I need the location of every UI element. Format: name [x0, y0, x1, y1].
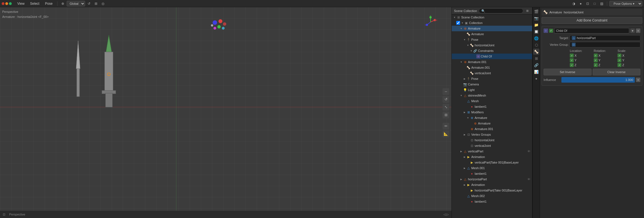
- view-perspective-btn[interactable]: ⊡: [2, 213, 6, 216]
- scale-tool[interactable]: ⤡: [443, 104, 449, 111]
- set-inverse-btn[interactable]: Set Inverse: [544, 69, 592, 75]
- close-btn[interactable]: [2, 2, 4, 5]
- global-select[interactable]: Global Local: [67, 1, 85, 6]
- cursor-icon[interactable]: ⊕: [60, 1, 66, 7]
- render-preview[interactable]: ▨: [599, 1, 605, 7]
- tree-item-vertical-part[interactable]: ▶ △ verticalPart 👁: [452, 148, 532, 154]
- tree-item-anim-vp[interactable]: ▶ ▶ Animation: [452, 154, 532, 160]
- rotate-tool[interactable]: ↺: [443, 96, 449, 103]
- tab-scene[interactable]: 🎬: [533, 8, 539, 15]
- tree-item-pose-sub[interactable]: ▶ 🕴 Pose: [452, 76, 532, 82]
- viewport-shading[interactable]: ●: [578, 1, 584, 7]
- constraint-enabled-cb[interactable]: ✓: [549, 29, 553, 33]
- cb-collection[interactable]: [456, 21, 460, 25]
- tree-item-armature001[interactable]: ▼ ⊛ Armature.001: [452, 59, 532, 65]
- frame-btn[interactable]: ◁ ▷: [442, 213, 450, 216]
- svg-point-22: [211, 24, 213, 27]
- menu-view[interactable]: View: [15, 1, 27, 6]
- constraint-remove-btn[interactable]: ✕: [636, 28, 640, 33]
- tree-item-vgroups[interactable]: ▶ ⊡ Vertex Groups: [452, 132, 532, 137]
- tree-item-vj[interactable]: ▶ 🦴 verticalJoint: [452, 70, 532, 76]
- tab-bone[interactable]: 🦴: [533, 49, 539, 55]
- rot-y-cb[interactable]: ✓: [594, 58, 598, 62]
- tab-data[interactable]: 📊: [533, 69, 539, 75]
- minimize-btn[interactable]: [5, 2, 8, 5]
- target-value[interactable]: △ horizontalPart: [570, 35, 640, 41]
- influence-x-btn[interactable]: ✕: [636, 78, 640, 82]
- scale-z-cb[interactable]: ✓: [617, 63, 621, 67]
- rot-z-cb[interactable]: ✓: [594, 63, 598, 67]
- eye-vp[interactable]: 👁: [527, 149, 531, 154]
- xray-icon[interactable]: □: [592, 1, 598, 7]
- tab-view-layer[interactable]: 🔲: [533, 28, 539, 35]
- clear-inverse-btn[interactable]: Clear Inverse: [593, 69, 641, 75]
- loc-x-cb[interactable]: ✓: [570, 54, 574, 58]
- tree-item-modifiers[interactable]: ▶ ⊞ Modifiers: [452, 109, 532, 115]
- tree-item-lambert1-sub2[interactable]: ▶ ● lambert1: [452, 199, 532, 204]
- measure-tool[interactable]: 📐: [443, 131, 449, 137]
- move-tool[interactable]: ↔: [443, 88, 449, 95]
- tree-item-child-of[interactable]: ▶ ⊙ Child Of: [452, 54, 532, 59]
- menu-pose[interactable]: Pose: [43, 1, 55, 6]
- loc-z-cb[interactable]: ✓: [570, 63, 574, 67]
- transform-tool[interactable]: ⊞: [443, 112, 449, 118]
- outliner-search[interactable]: [479, 8, 523, 13]
- tree-item-mesh[interactable]: ▶ △ Mesh: [452, 98, 532, 104]
- tree-item-skinned[interactable]: ▼ △ skinnedMesh: [452, 93, 532, 98]
- scale-x-cb[interactable]: ✓: [617, 54, 621, 58]
- tree-item-hj-vg[interactable]: ▶ ⊡ horizontalJoint: [452, 137, 532, 143]
- tab-output[interactable]: 📁: [533, 22, 539, 28]
- eye-hp[interactable]: 👁: [527, 177, 531, 181]
- tab-material[interactable]: ●: [533, 75, 539, 82]
- snap-icon[interactable]: ⊞: [93, 1, 99, 7]
- tree-item-scene-collection[interactable]: ▼ ⊞ Scene Collection: [452, 15, 532, 20]
- menu-select[interactable]: Select: [28, 1, 42, 6]
- scale-y-cb[interactable]: ✓: [617, 58, 621, 62]
- tree-item-mod-armature-ref[interactable]: ▶ ⊛ Armature: [452, 121, 532, 126]
- rot-x-cb[interactable]: ✓: [594, 54, 598, 58]
- constraint-collapse-btn[interactable]: ▼: [630, 28, 635, 33]
- tree-item-a001-ref[interactable]: ▶ ⊛ Armature.001: [452, 126, 532, 132]
- tree-item-horizontal-part[interactable]: ▶ △ horizontalPart 👁: [452, 176, 532, 182]
- overlay-icon[interactable]: ⊡: [585, 1, 591, 7]
- tree-item-vp-clip[interactable]: ▶ ▶ verticalPart|Take 001|BaseLayer: [452, 160, 532, 165]
- loc-y-cb[interactable]: ✓: [570, 58, 574, 62]
- shading-icon[interactable]: ◑: [571, 1, 577, 7]
- tree-item-hp-clip[interactable]: ▶ ▶ horizontalPart|Take 001|BaseLayer: [452, 188, 532, 193]
- tree-item-lambert1-sub[interactable]: ▶ ● lambert1: [452, 171, 532, 176]
- tab-modifier[interactable]: ⊞: [533, 55, 539, 61]
- vgroup-value[interactable]: ⊡: [570, 42, 640, 47]
- influence-fill: [561, 77, 635, 83]
- tree-item-armature-sub[interactable]: ▶ 🦴 Armature: [452, 31, 532, 37]
- tree-item-constraints[interactable]: ▼ 🔗 Constraints: [452, 48, 532, 54]
- influence-bar[interactable]: 1.000: [561, 77, 635, 83]
- svg-text:X: X: [436, 19, 438, 21]
- pose-options-select[interactable]: Pose Options ▾: [609, 1, 642, 6]
- tree-item-collection[interactable]: ▼ ▣ Collection: [452, 20, 532, 26]
- constraint-name-input[interactable]: Child Of: [554, 28, 629, 33]
- add-bone-constraint-btn[interactable]: Add Bone Constraint: [542, 17, 642, 24]
- tab-constraint[interactable]: 🔗: [533, 62, 539, 68]
- tab-object[interactable]: ⬡: [533, 42, 539, 48]
- proportional-icon[interactable]: ◎: [100, 1, 106, 7]
- tree-item-mesh002[interactable]: ▶ △ Mesh.002: [452, 193, 532, 199]
- viewport[interactable]: Perspective Armature : horizontalJoint <…: [0, 7, 451, 218]
- tab-render[interactable]: 📷: [533, 15, 539, 21]
- tree-item-anim-hp[interactable]: ▶ ▶ Animation: [452, 182, 532, 188]
- tree-item-pose[interactable]: ▼ 🕴 Pose: [452, 37, 532, 42]
- tree-item-camera[interactable]: ▶ 📷 Camera: [452, 82, 532, 87]
- view-type[interactable]: Perspective: [8, 213, 26, 216]
- tree-item-light[interactable]: ▶ 💡 Light: [452, 87, 532, 93]
- tree-item-vj-vg[interactable]: ▶ ⊡ verticalJoint: [452, 143, 532, 148]
- filter-icon[interactable]: ⊞: [525, 8, 530, 13]
- tree-item-a001-data[interactable]: ▶ 🦴 Armature.001: [452, 65, 532, 70]
- tree-item-armature[interactable]: ▼ ⊛ Armature: [452, 26, 532, 31]
- tree-item-mesh001[interactable]: ▶ △ Mesh.001: [452, 165, 532, 171]
- maximize-btn[interactable]: [9, 2, 12, 5]
- tree-item-lambert1[interactable]: ▶ ● lambert1: [452, 104, 532, 109]
- tab-world[interactable]: 🌐: [533, 35, 539, 41]
- tree-item-mod-armature[interactable]: ▼ ⊛ Armature: [452, 115, 532, 121]
- annotate-tool[interactable]: ✏: [443, 123, 449, 130]
- rotate-icon[interactable]: ↺: [86, 1, 92, 7]
- tree-item-horizontalJoint[interactable]: ▼ 🦴 horizontalJoint: [452, 42, 532, 48]
